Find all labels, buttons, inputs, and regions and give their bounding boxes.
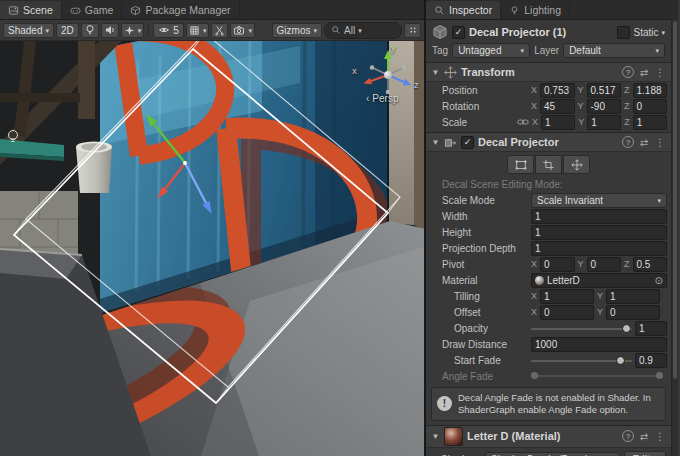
width-field[interactable]: 1 [531, 209, 667, 224]
projection-depth-field[interactable]: 1 [531, 241, 667, 256]
scene-search-value: All [344, 25, 355, 36]
edit-uv-button[interactable] [535, 155, 562, 174]
transform-header[interactable]: ▼ Transform ? ⇄ ⋮ [426, 63, 671, 82]
gameobject-header: ✓ Decal Projector (1) Static ▾ [426, 20, 671, 42]
offset-x-field[interactable]: 0 [540, 305, 594, 320]
editing-mode-row: Decal Scene Editing Mode: [426, 177, 671, 192]
tag-dropdown[interactable]: Untagged ▾ [452, 43, 530, 58]
link-scale-icon[interactable] [517, 117, 529, 127]
tab-inspector[interactable]: Inspector [426, 1, 501, 19]
position-z-field[interactable]: 1.188 [633, 83, 667, 98]
presets-icon[interactable]: ⇄ [638, 137, 650, 148]
rotation-x-field[interactable]: 45 [540, 99, 574, 114]
height-field[interactable]: 1 [531, 225, 667, 240]
scale-y-field[interactable]: 1 [587, 115, 621, 130]
axis-z-label[interactable]: z [414, 79, 419, 90]
tab-scene[interactable]: Scene [0, 1, 62, 19]
angle-fade-warning: ! Decal Angle Fade is not enabled in Sha… [431, 387, 666, 421]
opacity-slider[interactable] [531, 322, 632, 335]
scale-z-field[interactable]: 1 [633, 115, 667, 130]
scale-x-field[interactable]: 1 [541, 115, 575, 130]
toolbar-divider [148, 24, 149, 37]
scrollbar-thumb[interactable] [673, 21, 677, 379]
transform-component: ▼ Transform ? ⇄ ⋮ Position X 0.753 Y 0.5… [426, 62, 671, 132]
shader-dropdown[interactable]: Shader Graphs/Decal ▾ [485, 452, 620, 456]
help-icon[interactable]: ? [622, 66, 634, 78]
material-label: Material [442, 275, 528, 286]
pivot-z-field[interactable]: 0.5 [633, 257, 667, 272]
help-icon[interactable]: ? [622, 430, 634, 442]
position-y-field[interactable]: 0.517 [587, 83, 621, 98]
tiling-y-field[interactable]: 1 [606, 289, 660, 304]
material-object-field[interactable]: LetterD ⊙ [531, 273, 667, 288]
chevron-down-icon: ▾ [657, 197, 661, 204]
unity-editor-window: Scene Game Package Manager Shaded ▾ 2D [0, 0, 680, 456]
object-picker-icon[interactable]: ⊙ [655, 275, 663, 286]
edit-pivot-button[interactable] [563, 155, 590, 174]
tiling-x-field[interactable]: 1 [540, 289, 594, 304]
rotation-y-field[interactable]: -90 [587, 99, 621, 114]
decal-edit-modes [426, 152, 671, 177]
tab-lighting[interactable]: Lighting [501, 1, 570, 19]
axis-x-label[interactable]: x [352, 65, 357, 76]
angle-fade-slider-disabled [531, 375, 663, 377]
foldout-icon[interactable]: ▼ [431, 138, 440, 147]
scene-camera-dropdown[interactable]: ▾ [230, 23, 255, 38]
2d-toggle-button[interactable]: 2D [56, 23, 79, 38]
start-fade-slider[interactable] [531, 354, 632, 367]
pivot-y-field[interactable]: 0 [587, 257, 621, 272]
scene-audio-toggle[interactable] [101, 23, 119, 38]
scale-mode-dropdown[interactable]: Scale Invariant ▾ [531, 193, 667, 208]
draw-distance-field[interactable]: 1000 [531, 337, 667, 352]
axis-y-label[interactable]: y [391, 42, 396, 53]
gameobject-name[interactable]: Decal Projector (1) [469, 26, 613, 38]
pivot-label: Pivot [442, 259, 528, 270]
offset-y-field[interactable]: 0 [606, 305, 660, 320]
material-preview-thumbnail[interactable] [444, 427, 463, 446]
chevron-down-icon: ▾ [313, 27, 317, 34]
gizmos-dropdown[interactable]: Gizmos ▾ [272, 23, 322, 38]
decal-projector-header[interactable]: ▼ ✓ Decal Projector ? ⇄ ⋮ [426, 133, 671, 152]
chevron-left-icon: ‹ [366, 93, 369, 104]
overlay-menu-button[interactable] [404, 23, 421, 38]
scene-effects-dropdown[interactable]: ▾ [121, 23, 145, 38]
tab-package-manager[interactable]: Package Manager [122, 1, 239, 19]
edit-bounds-icon [514, 159, 528, 171]
start-fade-field[interactable]: 0.9 [635, 353, 667, 368]
projection-depth-row: Projection Depth 1 [426, 240, 671, 256]
shading-mode-dropdown[interactable]: Shaded ▾ [3, 23, 54, 38]
y-axis-label: Y [597, 307, 603, 317]
layer-dropdown[interactable]: Default ▾ [563, 43, 665, 58]
perspective-toggle[interactable]: ‹ Persp [366, 93, 398, 104]
tab-game[interactable]: Game [62, 1, 123, 19]
foldout-icon[interactable]: ▼ [431, 432, 440, 441]
position-x-field[interactable]: 0.753 [540, 83, 574, 98]
scene-lighting-toggle[interactable] [81, 23, 99, 38]
foldout-icon[interactable]: ▼ [431, 68, 440, 77]
static-dropdown[interactable]: Static ▾ [617, 26, 665, 39]
shader-edit-button[interactable]: Edit... [624, 451, 666, 456]
opacity-label: Opacity [442, 323, 528, 334]
grid-visibility-dropdown[interactable]: ▾ [186, 23, 210, 38]
inspector-scrollbar[interactable] [671, 19, 678, 456]
scene-panel: Scene Game Package Manager Shaded ▾ 2D [0, 0, 426, 456]
component-menu-icon[interactable]: ⋮ [654, 431, 666, 442]
component-menu-icon[interactable]: ⋮ [654, 137, 666, 148]
presets-icon[interactable]: ⇄ [638, 67, 650, 78]
pivot-x-field[interactable]: 0 [540, 257, 574, 272]
tool-settings-button[interactable] [211, 23, 228, 38]
help-icon[interactable]: ? [622, 136, 634, 148]
component-menu-icon[interactable]: ⋮ [654, 67, 666, 78]
scene-viewport[interactable]: y x z ‹ Persp [0, 41, 424, 456]
chevron-down-icon: ▾ [358, 27, 362, 34]
material-header[interactable]: ▼ Letter D (Material) ? ⇄ ⋮ [426, 426, 671, 448]
component-enabled-checkbox[interactable]: ✓ [461, 136, 474, 149]
static-checkbox[interactable] [617, 26, 630, 39]
scene-search-input[interactable]: All ▾ [324, 22, 402, 39]
scene-visibility-toggle[interactable]: 5 [153, 23, 184, 38]
edit-bounds-button[interactable] [507, 155, 534, 174]
presets-icon[interactable]: ⇄ [638, 431, 650, 442]
rotation-z-field[interactable]: 0 [633, 99, 667, 114]
opacity-field[interactable]: 1 [635, 321, 667, 336]
active-checkbox[interactable]: ✓ [452, 26, 465, 39]
